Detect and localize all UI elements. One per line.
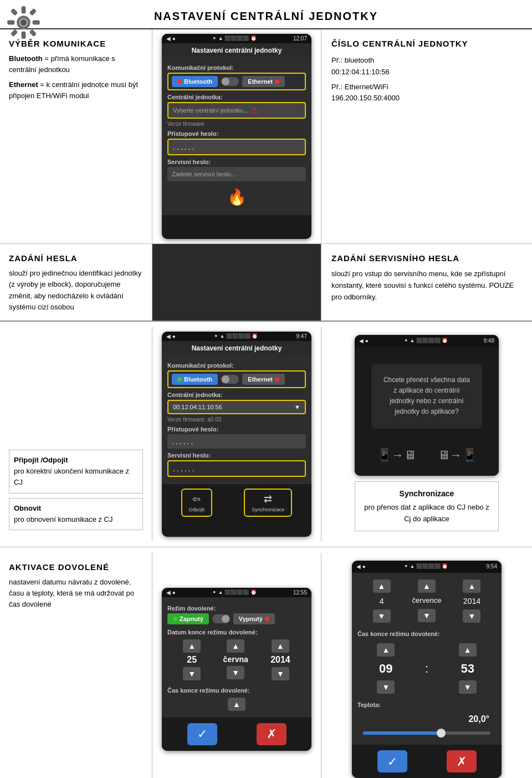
sync-heading: Synchronizace [361, 487, 493, 500]
section2-center [152, 244, 321, 321]
phone4-d3-down[interactable]: ▼ [463, 609, 480, 623]
phone2-bt-dot [177, 377, 182, 382]
phone1-ethernet-btn[interactable]: Ethernet [242, 76, 285, 87]
phone3-month-down[interactable]: ▼ [227, 666, 244, 679]
phone2-firmware: Verze firmware: a0.03 [167, 416, 306, 423]
disconnect-icon: ⇦ [192, 493, 201, 505]
phone3-time-up: ▲ [167, 695, 306, 713]
phone2-bluetooth-btn[interactable]: Bluetooth [172, 374, 218, 385]
phone1-password-input[interactable]: ...... [167, 139, 306, 155]
phone-screen-3: ◀ ● ✦ ▲ ⬛⬛⬛⬛ ⏰ 12:55 Režim dovolené: Zap… [162, 588, 311, 751]
phone1-bluetooth-btn[interactable]: Bluetooth [172, 76, 218, 87]
phone1-service-input[interactable]: Zadeite servisní heslo... [167, 167, 306, 181]
phone3-time-up-btn[interactable]: ▲ [228, 698, 245, 711]
phone4-d2-down[interactable]: ▼ [418, 609, 436, 622]
sync-status-bar: ◀ ● ✦ ▲ ⬛⬛⬛⬛ ⏰ 9:48 [355, 335, 499, 347]
phone3-day-up[interactable]: ▲ [183, 639, 201, 653]
phone2-body: Komunikační protokol: Bluetooth Ethernet [162, 354, 311, 484]
phone3-year-down[interactable]: ▼ [272, 667, 289, 680]
phone1-title: Nastavení centrální jednotky [162, 43, 311, 57]
phone3-month-up[interactable]: ▲ [227, 639, 244, 653]
phone3-confirm-btn[interactable]: ✓ [187, 723, 217, 745]
phone3-time: 12:55 [293, 589, 307, 596]
phone4-cancel-btn[interactable]: ✗ [447, 750, 477, 772]
phone4-status-bar: ◀ ● ✦ ▲ ⬛⬛⬛⬛ ⏰ 9:54 [352, 561, 502, 573]
section1-right: ČÍSLO CENTRÁLNÍ JEDNOTKY Př.: bluetooth … [321, 29, 532, 243]
phone4-time-label: Čas konce režimu dovolené: [357, 629, 496, 639]
sync-phone-icon: 📱→🖥 [377, 445, 416, 465]
phone3-month-col: ▲ června ▼ [223, 639, 248, 680]
phone3-date-label: Datum konce režimu dovolené: [167, 629, 306, 635]
phone2-password-input[interactable]: ...... [167, 434, 306, 449]
phone4-hour-val: 09 [379, 659, 392, 678]
phone3-mode-label: Režim dovolené: [167, 605, 306, 612]
slider-fill [363, 731, 439, 735]
main-grid: VÝBĚR KOMUNIKACE Bluetooth = přímá komun… [0, 29, 532, 778]
phone4-d1-down[interactable]: ▼ [373, 609, 391, 623]
section3-refresh-label: Obnovit [14, 503, 138, 514]
phone2-password-label: Přístupové heslo: [167, 426, 306, 433]
phone1-protocol-row: Bluetooth Ethernet [167, 73, 306, 90]
phone2-status-icons: ✦ ▲ ⬛⬛⬛⬛ ⏰ [214, 333, 258, 339]
phone2-central-value[interactable]: 00:12:04:11:10:56 ▼ [167, 400, 306, 414]
section1-right-heading: ČÍSLO CENTRÁLNÍ JEDNOTKY [331, 37, 522, 50]
phone4-d2-up[interactable]: ▲ [418, 579, 436, 593]
gear-icon [6, 4, 44, 43]
phone1-time: 12:07 [293, 35, 307, 42]
phone2-service-label: Servisní heslo: [167, 452, 306, 459]
phone3-off-btn[interactable]: Vypnutý [233, 613, 275, 624]
phone4-min-up[interactable]: ▲ [459, 643, 477, 657]
phone2-ethernet-btn[interactable]: Ethernet [242, 374, 285, 385]
svg-rect-5 [11, 8, 18, 16]
phone3-on-btn[interactable]: Zapnutý [167, 613, 209, 624]
phone4-temp-slider[interactable] [357, 726, 496, 740]
phone1-central-input[interactable]: Vyberte centrální jednotku... ⚠ [167, 102, 306, 119]
section3-phone: ◀ ● ✦ ▲ ⬛⬛⬛⬛ ⏰ 9:47 Nastavení centrální … [152, 327, 321, 541]
phone3-day-val: 25 [187, 655, 197, 665]
phone3-cancel-btn[interactable]: ✗ [257, 723, 287, 745]
slider-thumb[interactable] [437, 729, 446, 738]
phone2-service-input[interactable]: ...... [167, 460, 306, 477]
phone4-d3-up[interactable]: ▲ [463, 579, 480, 593]
svg-rect-6 [29, 8, 37, 16]
section4-row: AKTIVACE DOVOLENÉ nastavení datumu návra… [0, 547, 532, 778]
bluetooth-label: Bluetooth [9, 54, 43, 63]
phone3-body: Režim dovolené: Zapnutý Vypnutý [162, 597, 311, 718]
phone3-on-dot [173, 617, 177, 621]
phone4-hour-up[interactable]: ▲ [377, 643, 395, 657]
ethernet-example-label: Př.: Ethernet/WiFi [331, 83, 388, 91]
phone3-year-up[interactable]: ▲ [272, 639, 289, 653]
sync-dialog-screen: ◀ ● ✦ ▲ ⬛⬛⬛⬛ ⏰ 9:48 Chcete přenést všech… [355, 335, 499, 476]
phone2-sync-btn[interactable]: ⇄ Synchronizace [244, 489, 292, 517]
phone1-toggle[interactable] [221, 77, 239, 86]
phone1-firmware-label: Verze firmware [167, 121, 306, 127]
phone4-min-val: 53 [461, 659, 474, 678]
phone3-mode-row: Zapnutý Vypnutý [167, 613, 306, 624]
sync-icons: 📱→🖥 🖥→📱 [360, 440, 493, 470]
phone4-min-col: ▲ 53 ▼ [459, 643, 477, 694]
phone2-central-label: Centrální jednotka: [167, 391, 306, 398]
svg-rect-7 [11, 29, 18, 37]
section3-connect-label: Připojit /Odpojit [14, 455, 138, 466]
phone4-min-down[interactable]: ▼ [459, 680, 477, 694]
phone4-confirm-btn[interactable]: ✓ [377, 750, 407, 772]
phone4-d2: ▲ července ▼ [412, 579, 442, 623]
phone4-d1-up[interactable]: ▲ [373, 579, 391, 593]
phone3-day-down[interactable]: ▼ [183, 667, 201, 680]
phone2-toggle[interactable] [221, 375, 239, 384]
phone2-disconnect-btn[interactable]: ⇦ Odpojit [181, 489, 213, 517]
section4-phone3: ◀ ● ✦ ▲ ⬛⬛⬛⬛ ⏰ 12:55 Režim dovolené: Zap… [152, 553, 321, 778]
phone4-hour-down[interactable]: ▼ [377, 680, 395, 694]
phone4-action-row: ✓ ✗ [352, 745, 502, 778]
phone1-status-bar: ◀ ● ✦ ▲ ⬛⬛⬛⬛ ⏰ 12:07 [162, 34, 311, 43]
sync-dialog-text: Chcete přenést všechna data z aplikace d… [371, 364, 482, 429]
section3-right: ◀ ● ✦ ▲ ⬛⬛⬛⬛ ⏰ 9:48 Chcete přenést všech… [321, 327, 532, 541]
phone3-toggle[interactable] [212, 614, 230, 623]
phone1-warning-icon: ⚠ [251, 106, 258, 115]
phone1-password-label: Přístupové heslo: [167, 130, 306, 137]
ethernet-label: Ethernet [9, 80, 38, 89]
svg-point-10 [21, 19, 26, 25]
phone1-status-icons: ✦ ▲ ⬛⬛⬛⬛ ⏰ [212, 35, 256, 42]
page-title: NASTAVENÍ CENTRÁLNÍ JEDNOTKY [0, 0, 532, 29]
sync-icon: ⇄ [264, 493, 272, 505]
